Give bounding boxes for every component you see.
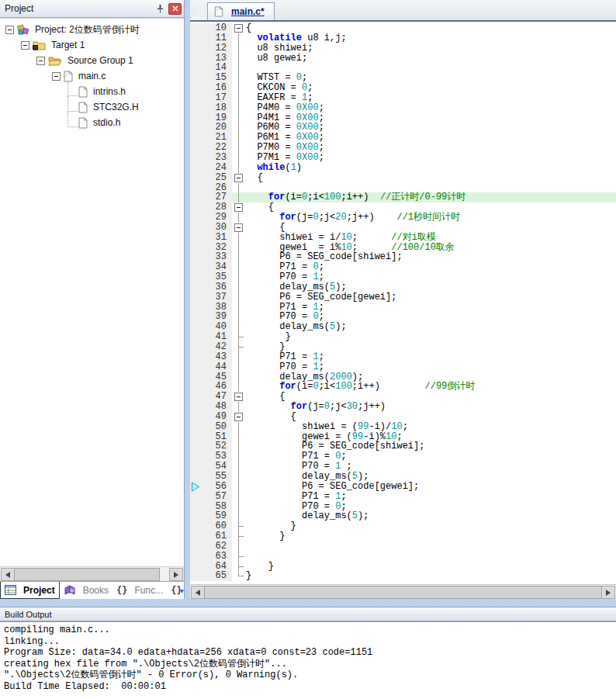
fold-guide <box>232 233 246 243</box>
line-number: 23 <box>190 153 232 163</box>
line-number: 17 <box>190 93 232 103</box>
panel-splitter[interactable] <box>185 0 190 599</box>
tree-connector <box>67 96 78 112</box>
scroll-left-button[interactable] <box>1 568 15 581</box>
tree-item-label: Project: 2位数码管倒计时 <box>33 22 141 37</box>
fold-guide <box>232 342 246 352</box>
fold-guide <box>232 322 246 332</box>
build-output-line: Build Time Elapsed: 00:00:01 <box>4 681 612 693</box>
bookmark-arrow-icon <box>191 482 200 492</box>
build-output-line: compiling main.c... <box>4 625 612 636</box>
fold-collapse-box[interactable] <box>232 23 246 33</box>
code-line[interactable]: 25 { <box>190 173 616 183</box>
expand-minus-box[interactable] <box>5 26 14 34</box>
code-line[interactable]: 61 } <box>190 531 616 542</box>
scroll-right-button[interactable] <box>601 586 615 599</box>
build-output-title: Build Output <box>0 607 616 621</box>
editor-tab-bar: main.c* <box>190 0 616 22</box>
expand-minus-box[interactable] <box>52 72 61 81</box>
panel-tab-func[interactable]: {}Func... <box>112 582 167 599</box>
header-file-icon <box>78 102 88 113</box>
fold-guide <box>232 362 246 372</box>
code-text: } <box>246 521 616 531</box>
line-number: 50 <box>190 422 232 432</box>
panel-tab-project[interactable]: Project <box>0 582 60 599</box>
line-number: 18 <box>190 103 232 113</box>
fold-collapse-box[interactable] <box>232 202 246 213</box>
fold-guide <box>232 63 246 73</box>
tree-item[interactable]: main.c <box>0 68 184 84</box>
fold-guide <box>232 252 246 262</box>
line-number: 48 <box>190 402 232 412</box>
editor-hscrollbar[interactable] <box>190 584 616 599</box>
tree-item-label: main.c <box>77 70 107 82</box>
code-text: for(j=0;j<20;j++) //1秒时间计时 <box>246 213 616 223</box>
tree-connector <box>67 112 78 127</box>
panel-tab-label: Books <box>83 585 109 596</box>
expand-minus-box[interactable] <box>36 57 45 65</box>
fold-collapse-box[interactable] <box>232 173 246 183</box>
scrollbar-thumb[interactable] <box>14 568 160 581</box>
code-line[interactable]: 13 u8 gewei; <box>190 54 616 64</box>
fold-guide <box>232 213 246 223</box>
tree-item-label: Source Group 1 <box>66 54 135 67</box>
fold-guide <box>232 542 246 552</box>
fold-guide <box>232 83 246 93</box>
tree-item[interactable]: STC32G.H <box>0 99 184 115</box>
fold-collapse-box[interactable] <box>232 412 246 422</box>
fold-guide <box>232 472 246 482</box>
fold-guide <box>232 312 246 322</box>
build-output-log[interactable]: compiling main.c...linking...Program Siz… <box>0 621 616 699</box>
scroll-left-button[interactable] <box>191 586 205 599</box>
code-line[interactable]: 62 <box>190 542 616 552</box>
build-output-line: creating hex file from ".\Objects\2位数码管倒… <box>4 659 612 670</box>
tree-item[interactable]: Source Group 1 <box>0 53 184 68</box>
fold-guide <box>232 441 246 452</box>
pin-icon[interactable] <box>154 3 167 15</box>
line-number: 65 <box>190 571 232 581</box>
tab-label: main.c* <box>231 6 265 17</box>
line-number: 63 <box>190 552 232 562</box>
code-text: for(i=0;i<100;i++) //正计时/0-99计时 <box>246 192 616 202</box>
fold-guide <box>232 262 246 272</box>
tree-item[interactable]: intrins.h <box>0 84 184 99</box>
fold-guide <box>232 192 246 202</box>
fold-guide <box>232 133 246 143</box>
target-icon <box>33 40 46 50</box>
line-number: 57 <box>190 492 232 502</box>
fold-guide <box>232 352 246 362</box>
code-text: u8 gewei; <box>246 54 616 64</box>
tab-main-c[interactable]: main.c* <box>207 2 275 20</box>
project-panel-hscrollbar[interactable] <box>0 566 184 581</box>
project-panel-header: Project <box>0 0 184 18</box>
panel-tab-books[interactable]: Books <box>60 582 112 599</box>
build-output-line: Program Size: data=34.0 edata+hdata=256 … <box>4 647 612 659</box>
fold-guide <box>232 502 246 512</box>
code-text: for(i=0;i<100;i++) //99倒计时 <box>246 382 616 392</box>
header-file-icon <box>78 117 88 129</box>
close-icon[interactable] <box>168 3 182 15</box>
tree-item[interactable]: Project: 2位数码管倒计时 <box>0 22 184 37</box>
fold-collapse-box[interactable] <box>232 223 246 233</box>
expand-minus-box[interactable] <box>21 41 29 50</box>
fold-guide <box>232 422 246 432</box>
code-text: } <box>246 562 616 572</box>
line-number: 43 <box>190 352 232 362</box>
tree-item[interactable]: Target 1 <box>0 37 184 53</box>
fold-collapse-box[interactable] <box>232 392 246 402</box>
books-icon <box>64 585 76 596</box>
line-number: 62 <box>190 542 232 552</box>
line-number: 42 <box>190 342 232 352</box>
tree-item[interactable]: stdio.h <box>0 115 184 130</box>
code-area[interactable]: 10{11 volatile u8 i,j;12 u8 shiwei;13 u8… <box>190 22 616 584</box>
tree-item-label: STC32G.H <box>92 101 140 113</box>
scrollbar-thumb[interactable] <box>204 586 602 599</box>
code-line[interactable]: 64 } <box>190 562 616 572</box>
fold-guide <box>232 183 246 193</box>
fold-guide <box>232 73 246 83</box>
code-line[interactable]: 65} <box>190 571 616 581</box>
build-output-panel: Build Output compiling main.c...linking.… <box>0 607 616 699</box>
line-number: 12 <box>190 43 232 54</box>
fold-guide <box>232 54 246 64</box>
scroll-right-button[interactable] <box>169 568 183 581</box>
